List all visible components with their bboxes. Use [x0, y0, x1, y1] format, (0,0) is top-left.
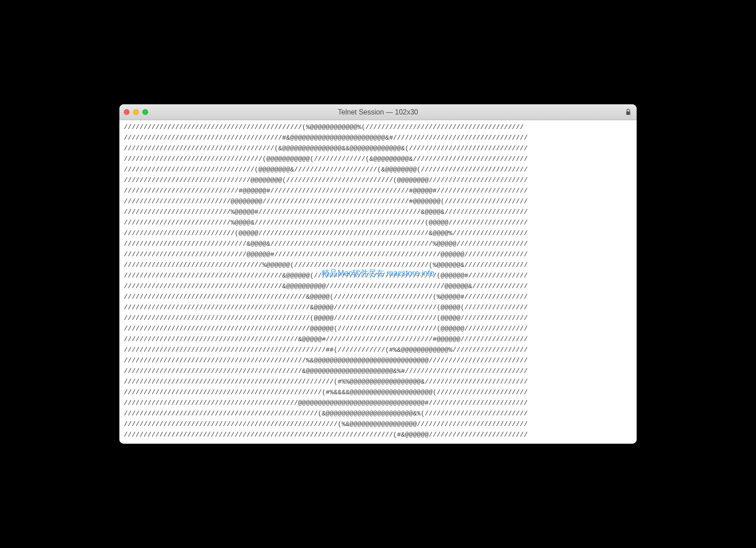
terminal-output: ////////////////////////////////////////… — [124, 122, 632, 440]
svg-rect-0 — [626, 111, 630, 115]
terminal-body[interactable]: ////////////////////////////////////////… — [119, 120, 637, 444]
minimize-button[interactable] — [133, 109, 139, 115]
maximize-button[interactable] — [142, 109, 148, 115]
window-titlebar[interactable]: Telnet Session — 102x30 — [119, 104, 637, 120]
lock-icon[interactable] — [625, 109, 631, 116]
traffic-lights — [124, 109, 148, 115]
terminal-window: Telnet Session — 102x30 ////////////////… — [119, 104, 637, 444]
close-button[interactable] — [124, 109, 130, 115]
window-title: Telnet Session — 102x30 — [338, 108, 418, 116]
